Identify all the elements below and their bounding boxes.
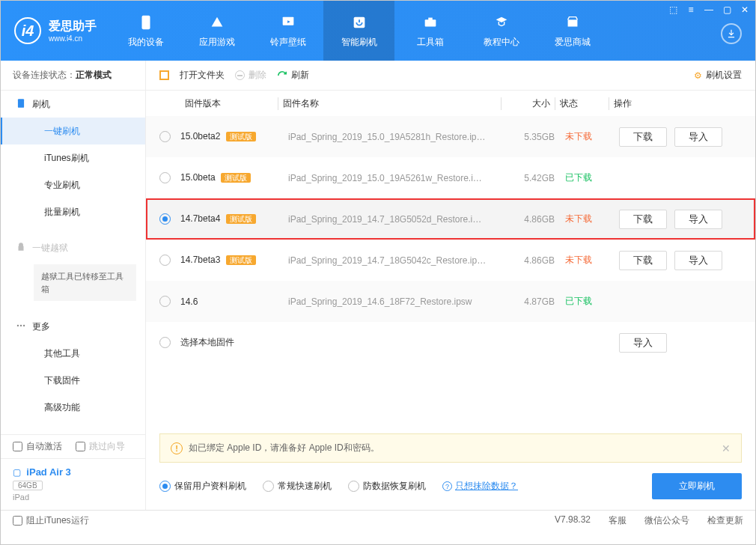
sidebar-item[interactable]: 一键刷机 [1,118,145,144]
svg-point-10 [23,325,25,326]
minimize-icon[interactable]: — [703,4,715,16]
firmware-row[interactable]: 15.0beta 测试版 iPad_Spring_2019_15.0_19A52… [146,157,755,198]
nav-shop[interactable]: 爱思商城 [537,1,608,61]
main-nav: 我的设备应用游戏铃声壁纸智能刷机工具箱教程中心爱思商城 [110,1,608,61]
logo-icon: i4 [14,17,41,44]
delete-button[interactable]: 删除 [235,69,266,82]
sidebar-item[interactable]: 高级功能 [1,394,145,421]
main-panel: 打开文件夹 删除 刷新 ⚙刷机设置 固件版本 固件名称 大小 状态 操作 15.… [146,61,755,510]
maximize-icon[interactable]: ▢ [721,4,733,16]
flash-now-button[interactable]: 立即刷机 [652,473,742,499]
col-size: 大小 [501,97,555,110]
row-action-button[interactable]: 导入 [619,333,667,353]
erase-link[interactable]: ?只想抹除数据？ [442,480,518,493]
flash-settings-button[interactable]: ⚙刷机设置 [694,69,742,82]
device-info[interactable]: ▢ iPad Air 3 64GB iPad [1,458,145,510]
sidebar-item[interactable]: 批量刷机 [1,198,145,225]
row-action-button[interactable]: 导入 [674,127,722,147]
tshirt-icon[interactable]: ⬚ [667,4,679,16]
beta-badge: 测试版 [226,132,256,141]
open-folder-button[interactable]: 打开文件夹 [180,69,225,82]
sidebar-item[interactable]: iTunes刷机 [1,144,145,171]
nav-device[interactable]: 我的设备 [110,1,181,61]
device-icon [137,13,155,31]
row-radio[interactable] [159,213,171,225]
download-indicator-icon[interactable] [721,23,742,44]
col-status: 状态 [555,97,609,110]
logo[interactable]: i4 爱思助手 www.i4.cn [1,17,110,44]
col-version: 固件版本 [180,97,278,110]
nav-tutorial[interactable]: 教程中心 [466,1,537,61]
firmware-row[interactable]: 14.7beta3 测试版 iPad_Spring_2019_14.7_18G5… [146,240,755,281]
brand-name: 爱思助手 [49,19,97,34]
apps-icon [208,13,226,31]
options-row: 自动激活 跳过向导 [1,434,145,458]
check-update-link[interactable]: 检查更新 [707,514,743,527]
row-action-button[interactable]: 下载 [619,210,667,229]
flash-options: 保留用户资料刷机常规快速刷机防数据恢复刷机?只想抹除数据？ 立即刷机 [146,463,755,510]
support-link[interactable]: 客服 [609,514,627,527]
firmware-row[interactable]: 选择本地固件 导入 [146,322,755,363]
beta-badge: 测试版 [226,255,256,265]
nav-apps[interactable]: 应用游戏 [181,1,252,61]
row-radio[interactable] [159,255,171,266]
flash-mode-radio[interactable]: 常规快速刷机 [263,480,332,493]
header: i4 爱思助手 www.i4.cn 我的设备应用游戏铃声壁纸智能刷机工具箱教程中… [1,1,755,61]
row-action-button[interactable]: 导入 [674,251,722,270]
wechat-link[interactable]: 微信公众号 [644,514,689,527]
connection-status: 设备连接状态： 正常模式 [1,61,145,91]
row-action-button[interactable]: 导入 [674,210,722,229]
warning-icon: ! [171,442,183,454]
sidebar-item[interactable]: 其他工具 [1,340,145,367]
svg-point-8 [17,325,19,326]
toolbar: 打开文件夹 删除 刷新 ⚙刷机设置 [146,61,755,91]
sidebar-note: 越狱工具已转移至工具箱 [34,264,136,301]
sidebar-head-icon [16,242,26,252]
row-radio[interactable] [159,172,171,183]
gear-icon: ⚙ [694,70,702,81]
col-name: 固件名称 [278,97,501,110]
nav-tools[interactable]: 工具箱 [394,1,466,61]
sidebar-head-2[interactable]: 更多 [1,313,145,340]
nav-ringtone[interactable]: 铃声壁纸 [252,1,323,61]
firmware-row[interactable]: 14.7beta4 测试版 iPad_Spring_2019_14.7_18G5… [146,198,755,240]
sidebar-head-0[interactable]: 刷机 [1,91,145,118]
auto-activate-checkbox[interactable]: 自动激活 [13,440,62,453]
sidebar-head-1[interactable]: 一键越狱 [1,234,145,261]
flash-mode-radio[interactable]: 防数据恢复刷机 [348,480,426,493]
row-radio[interactable] [159,131,171,142]
row-action-button[interactable]: 下载 [619,251,667,270]
nav-flash[interactable]: 智能刷机 [323,1,394,61]
menu-icon[interactable]: ≡ [685,4,697,16]
warning-close-icon[interactable]: ✕ [722,442,731,454]
shop-icon [564,13,582,31]
sidebar-item[interactable]: 下载固件 [1,367,145,394]
connection-mode: 正常模式 [76,69,112,82]
status-bar: 阻止iTunes运行 V7.98.32 客服 微信公众号 检查更新 [1,510,755,531]
table-header: 固件版本 固件名称 大小 状态 操作 [146,91,755,116]
firmware-row[interactable]: 14.6 iPad_Spring_2019_14.6_18F72_Restore… [146,281,755,322]
version-label: V7.98.32 [555,514,591,527]
refresh-button[interactable]: 刷新 [277,69,309,82]
beta-badge: 测试版 [221,173,251,183]
firmware-table: 15.0beta2 测试版 iPad_Spring_2019_15.0_19A5… [146,116,755,363]
col-ops: 操作 [609,97,742,110]
flash-mode-radio[interactable]: 保留用户资料刷机 [159,480,246,493]
row-radio[interactable] [159,337,171,348]
row-action-button[interactable]: 下载 [619,127,667,147]
sidebar-head-icon [16,98,26,109]
close-icon[interactable]: ✕ [739,4,751,16]
tools-icon [421,13,439,31]
sidebar-item[interactable]: 专业刷机 [1,171,145,198]
ringtone-icon [279,13,297,31]
svg-point-9 [20,325,22,326]
row-radio[interactable] [159,296,171,307]
firmware-row[interactable]: 15.0beta2 测试版 iPad_Spring_2019_15.0_19A5… [146,116,755,157]
sidebar: 设备连接状态： 正常模式 刷机一键刷机iTunes刷机专业刷机批量刷机一键越狱越… [1,61,146,510]
block-itunes-checkbox[interactable]: 阻止iTunes运行 [13,514,89,527]
skip-guide-checkbox[interactable]: 跳过向导 [76,440,125,453]
sidebar-head-icon [16,320,26,331]
svg-point-1 [145,25,147,27]
device-model: iPad [13,493,29,502]
window-controls: ⬚ ≡ — ▢ ✕ [667,4,751,16]
